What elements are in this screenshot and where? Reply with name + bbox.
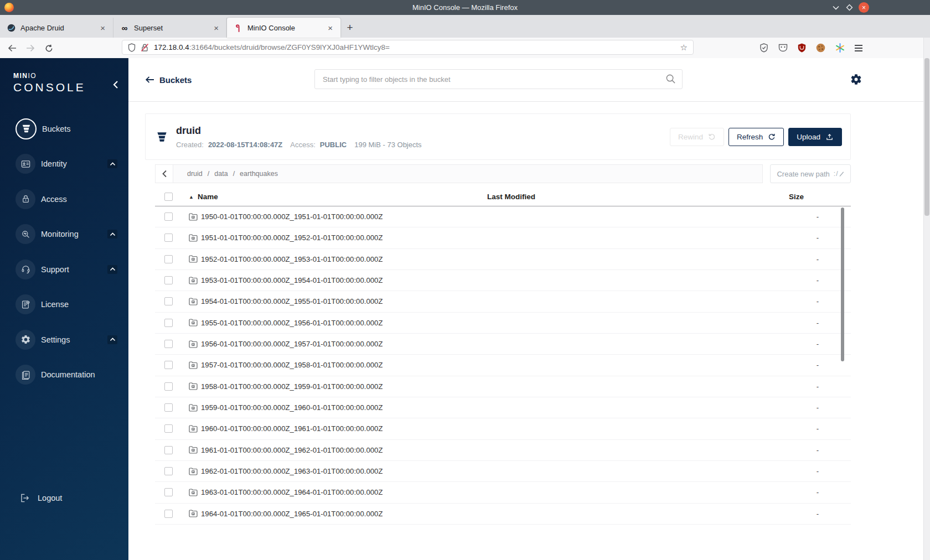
row-checkbox[interactable] bbox=[164, 403, 173, 412]
sidebar-item-access[interactable]: Access bbox=[0, 182, 128, 217]
breadcrumb-item-bucket[interactable]: druid bbox=[187, 170, 203, 178]
table-row[interactable]: 1958-01-01T00:00:00.000Z_1959-01-01T00:0… bbox=[155, 376, 851, 397]
table-row[interactable]: 1955-01-01T00:00:00.000Z_1956-01-01T00:0… bbox=[155, 313, 851, 334]
sidebar-item-buckets[interactable]: Buckets bbox=[0, 111, 128, 147]
insecure-lock-icon[interactable] bbox=[141, 43, 149, 52]
shield-check-extension-icon[interactable] bbox=[760, 43, 768, 53]
chevron-up-icon[interactable] bbox=[107, 335, 117, 344]
table-row[interactable]: 1951-01-01T00:00:00.000Z_1952-01-01T00:0… bbox=[155, 227, 851, 248]
menu-button[interactable] bbox=[855, 45, 862, 51]
cookie-extension-icon[interactable] bbox=[816, 43, 825, 53]
browser-scrollbar-thumb[interactable] bbox=[924, 58, 929, 216]
tab-apache-druid[interactable]: Apache Druid × bbox=[0, 18, 113, 38]
tab-close-icon[interactable]: × bbox=[326, 23, 335, 33]
object-name[interactable]: 1961-01-01T00:00:00.000Z_1962-01-01T00:0… bbox=[201, 446, 383, 454]
browser-scrollbar[interactable] bbox=[923, 38, 930, 560]
table-scrollbar-thumb[interactable] bbox=[841, 208, 844, 361]
upload-button[interactable]: Upload bbox=[788, 128, 842, 146]
row-checkbox[interactable] bbox=[164, 255, 173, 263]
back-button[interactable] bbox=[6, 42, 19, 55]
table-row[interactable]: 1959-01-01T00:00:00.000Z_1960-01-01T00:0… bbox=[155, 397, 851, 418]
object-name[interactable]: 1952-01-01T00:00:00.000Z_1953-01-01T00:0… bbox=[201, 255, 383, 263]
object-name[interactable]: 1950-01-01T00:00:00.000Z_1951-01-01T00:0… bbox=[201, 212, 383, 221]
object-name[interactable]: 1962-01-01T00:00:00.000Z_1963-01-01T00:0… bbox=[201, 467, 383, 475]
table-row[interactable]: 1952-01-01T00:00:00.000Z_1953-01-01T00:0… bbox=[155, 249, 851, 270]
object-name[interactable]: 1963-01-01T00:00:00.000Z_1964-01-01T00:0… bbox=[201, 488, 383, 496]
object-name[interactable]: 1960-01-01T00:00:00.000Z_1961-01-01T00:0… bbox=[201, 424, 383, 433]
row-checkbox[interactable] bbox=[164, 467, 173, 475]
table-row[interactable]: 1960-01-01T00:00:00.000Z_1961-01-01T00:0… bbox=[155, 418, 851, 439]
sidebar-item-documentation[interactable]: Documentation bbox=[0, 357, 128, 393]
object-name[interactable]: 1951-01-01T00:00:00.000Z_1952-01-01T00:0… bbox=[201, 234, 383, 242]
back-to-buckets-link[interactable]: Buckets bbox=[145, 75, 192, 85]
rewind-button[interactable]: Rewind bbox=[670, 128, 724, 146]
path-back-button[interactable] bbox=[156, 165, 173, 183]
column-header-size[interactable]: Size bbox=[784, 193, 851, 201]
row-checkbox[interactable] bbox=[164, 340, 173, 348]
row-checkbox[interactable] bbox=[164, 382, 173, 391]
tab-superset[interactable]: ∞ Superset × bbox=[113, 18, 227, 38]
bookmark-star-icon[interactable]: ☆ bbox=[680, 43, 688, 53]
row-checkbox[interactable] bbox=[164, 510, 173, 518]
column-header-name[interactable]: Name bbox=[198, 193, 218, 201]
url-bar[interactable]: 172.18.0.4:31664/buckets/druid/browse/ZG… bbox=[122, 40, 694, 55]
sidebar-item-support[interactable]: Support bbox=[0, 252, 128, 287]
chevron-up-icon[interactable] bbox=[107, 265, 117, 274]
table-row[interactable]: 1957-01-01T00:00:00.000Z_1958-01-01T00:0… bbox=[155, 355, 851, 376]
row-checkbox[interactable] bbox=[164, 276, 173, 284]
table-row[interactable]: 1950-01-01T00:00:00.000Z_1951-01-01T00:0… bbox=[155, 206, 851, 227]
sidebar-item-identity[interactable]: Identity bbox=[0, 147, 128, 182]
window-maximize-button[interactable] bbox=[845, 4, 853, 12]
row-checkbox[interactable] bbox=[164, 297, 173, 305]
object-name[interactable]: 1953-01-01T00:00:00.000Z_1954-01-01T00:0… bbox=[201, 276, 383, 284]
window-close-button[interactable]: × bbox=[859, 2, 869, 13]
chevron-up-icon[interactable] bbox=[107, 230, 117, 238]
object-name[interactable]: 1954-01-01T00:00:00.000Z_1955-01-01T00:0… bbox=[201, 297, 383, 305]
table-row[interactable]: 1962-01-01T00:00:00.000Z_1963-01-01T00:0… bbox=[155, 461, 851, 482]
reload-button[interactable] bbox=[42, 42, 55, 55]
sidebar-item-settings[interactable]: Settings bbox=[0, 322, 128, 357]
forward-button[interactable] bbox=[24, 42, 37, 55]
row-checkbox[interactable] bbox=[164, 234, 173, 242]
new-tab-button[interactable]: + bbox=[340, 18, 359, 38]
select-all-checkbox[interactable] bbox=[164, 193, 173, 201]
window-minimize-button[interactable] bbox=[832, 4, 840, 12]
create-new-path-button[interactable]: Create new path :/ bbox=[770, 164, 851, 183]
tab-minio-console[interactable]: MinIO Console × bbox=[227, 18, 340, 38]
breadcrumb-item-folder[interactable]: earthquakes bbox=[240, 170, 278, 178]
sidebar-collapse-icon[interactable] bbox=[112, 80, 118, 89]
object-name[interactable]: 1958-01-01T00:00:00.000Z_1959-01-01T00:0… bbox=[201, 382, 383, 391]
ublock-extension-icon[interactable] bbox=[798, 43, 806, 53]
breadcrumb-item-folder[interactable]: data bbox=[214, 170, 228, 178]
column-header-last-modified[interactable]: Last Modified bbox=[487, 193, 784, 201]
object-name[interactable]: 1964-01-01T00:00:00.000Z_1965-01-01T00:0… bbox=[201, 510, 383, 518]
tab-close-icon[interactable]: × bbox=[98, 23, 107, 33]
object-name[interactable]: 1955-01-01T00:00:00.000Z_1956-01-01T00:0… bbox=[201, 319, 383, 327]
row-checkbox[interactable] bbox=[164, 361, 173, 369]
object-name[interactable]: 1957-01-01T00:00:00.000Z_1958-01-01T00:0… bbox=[201, 361, 383, 369]
table-row[interactable]: 1964-01-01T00:00:00.000Z_1965-01-01T00:0… bbox=[155, 504, 851, 525]
chevron-up-icon[interactable] bbox=[107, 159, 117, 168]
row-checkbox[interactable] bbox=[164, 319, 173, 327]
object-name[interactable]: 1959-01-01T00:00:00.000Z_1960-01-01T00:0… bbox=[201, 403, 383, 412]
sidebar-item-logout[interactable]: Logout bbox=[0, 487, 128, 509]
refresh-button[interactable]: Refresh bbox=[728, 128, 784, 146]
table-row[interactable]: 1956-01-01T00:00:00.000Z_1957-01-01T00:0… bbox=[155, 334, 851, 355]
sort-ascending-icon[interactable]: ▲ bbox=[189, 194, 194, 200]
table-row[interactable]: 1953-01-01T00:00:00.000Z_1954-01-01T00:0… bbox=[155, 270, 851, 291]
table-row[interactable]: 1963-01-01T00:00:00.000Z_1964-01-01T00:0… bbox=[155, 482, 851, 503]
container-mask-extension-icon[interactable] bbox=[778, 44, 788, 52]
row-checkbox[interactable] bbox=[164, 424, 173, 433]
row-checkbox[interactable] bbox=[164, 446, 173, 454]
tracking-shield-icon[interactable] bbox=[128, 43, 136, 52]
sidebar-item-monitoring[interactable]: Monitoring bbox=[0, 217, 128, 252]
settings-gear-icon[interactable] bbox=[850, 73, 862, 86]
filter-objects-input[interactable] bbox=[314, 69, 683, 89]
snowflake-extension-icon[interactable] bbox=[835, 43, 845, 53]
table-row[interactable]: 1961-01-01T00:00:00.000Z_1962-01-01T00:0… bbox=[155, 440, 851, 461]
table-row[interactable]: 1954-01-01T00:00:00.000Z_1955-01-01T00:0… bbox=[155, 291, 851, 312]
tab-close-icon[interactable]: × bbox=[211, 23, 221, 33]
row-checkbox[interactable] bbox=[164, 488, 173, 496]
sidebar-item-license[interactable]: License bbox=[0, 287, 128, 323]
row-checkbox[interactable] bbox=[164, 212, 173, 221]
